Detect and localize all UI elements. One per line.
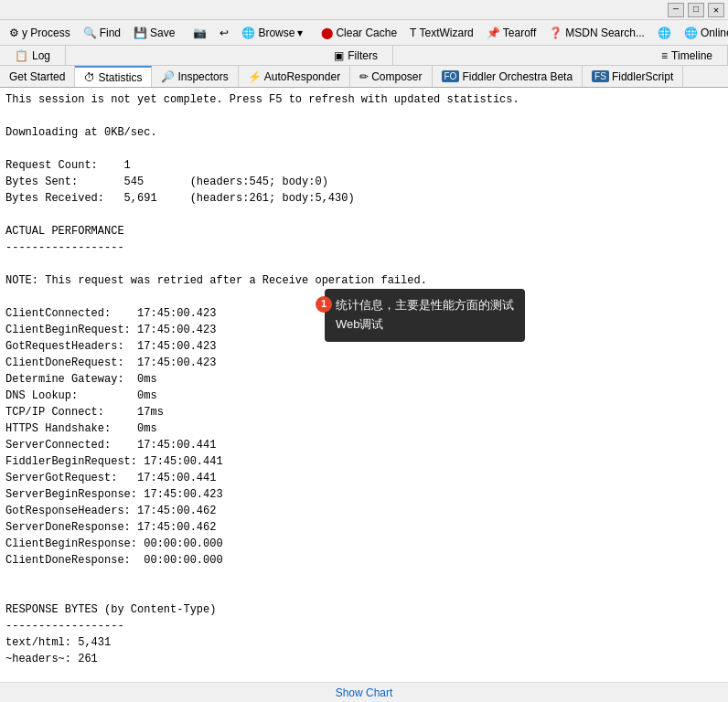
tab-spacer-2 xyxy=(393,46,647,65)
tab-inspectors[interactable]: 🔎 Inspectors xyxy=(152,66,238,87)
toolbar-clear-cache[interactable]: ⬤ Clear Cache xyxy=(316,25,402,41)
main-toolbar: ⚙ y Process 🔍 Find 💾 Save 📷 ↩ 🌐 Browse ▾… xyxy=(0,20,728,46)
inspectors-icon: 🔎 xyxy=(161,70,175,83)
toolbar-msdn[interactable]: ❓ MSDN Search... xyxy=(543,25,650,41)
tab-get-started[interactable]: Get Started xyxy=(0,66,75,87)
replay-icon: ↩ xyxy=(219,27,229,39)
tab-statistics[interactable]: ⏱ Statistics xyxy=(75,66,152,87)
toolbar-textwizard[interactable]: T TextWizard xyxy=(404,25,479,41)
statistics-content[interactable]: This session is not yet complete. Press … xyxy=(0,88,728,682)
toolbar-tearoff[interactable]: 📌 Tearoff xyxy=(481,25,541,41)
toolbar-process[interactable]: ⚙ y Process xyxy=(4,25,76,41)
tearoff-icon: 📌 xyxy=(487,27,500,39)
process-icon: ⚙ xyxy=(9,27,19,39)
tab-log[interactable]: 📋 Log xyxy=(0,46,66,65)
window-controls: ─ □ ✕ xyxy=(668,3,724,17)
tooltip-popup: 1 统计信息，主要是性能方面的测试Web调试 xyxy=(325,289,525,342)
timeline-icon: ≡ xyxy=(661,49,668,62)
title-bar: ─ □ ✕ xyxy=(0,0,728,20)
clear-cache-icon: ⬤ xyxy=(321,27,333,39)
screenshot-icon: 📷 xyxy=(193,27,207,39)
tab-spacer-1 xyxy=(66,46,319,65)
tab-fiddlerscript[interactable]: FS FiddlerScript xyxy=(583,66,683,87)
tab-autoresponder[interactable]: ⚡ AutoResponder xyxy=(239,66,350,87)
fiddlerscript-icon: FS xyxy=(592,70,609,82)
tab-filters[interactable]: ▣ Filters xyxy=(319,46,393,65)
toolbar-online[interactable]: 🌐 Online xyxy=(679,25,728,41)
maximize-button[interactable]: □ xyxy=(688,3,704,17)
globe-icon: 🌐 xyxy=(658,27,671,39)
toolbar-save[interactable]: 💾 Save xyxy=(128,25,180,41)
browse-icon: 🌐 xyxy=(241,27,255,39)
tab-composer[interactable]: ✏ Composer xyxy=(350,66,432,87)
autoresponder-icon: ⚡ xyxy=(248,70,262,83)
main-tab-bar: Get Started ⏱ Statistics 🔎 Inspectors ⚡ … xyxy=(0,66,728,88)
online-icon: 🌐 xyxy=(684,27,698,39)
toolbar-browse[interactable]: 🌐 Browse ▾ xyxy=(236,25,308,41)
show-chart-bar: Show Chart xyxy=(0,682,728,702)
statistics-icon: ⏱ xyxy=(84,71,95,84)
msdn-icon: ❓ xyxy=(549,27,562,39)
save-icon: 💾 xyxy=(134,27,147,39)
composer-icon: ✏ xyxy=(359,70,369,83)
dropdown-arrow-icon: ▾ xyxy=(297,27,303,39)
find-icon: 🔍 xyxy=(83,27,97,39)
toolbar-replay[interactable]: ↩ xyxy=(214,25,234,41)
filters-icon: ▣ xyxy=(334,49,344,62)
log-tab-bar: 📋 Log ▣ Filters ≡ Timeline xyxy=(0,46,728,66)
fiddler-orchestra-icon: FO xyxy=(442,70,460,82)
tab-fiddler-orchestra[interactable]: FO Fiddler Orchestra Beta xyxy=(433,66,583,87)
minimize-button[interactable]: ─ xyxy=(668,3,684,17)
tab-timeline[interactable]: ≡ Timeline xyxy=(647,46,728,65)
tooltip-number: 1 xyxy=(316,296,332,313)
tooltip-text: 统计信息，主要是性能方面的测试Web调试 xyxy=(336,298,514,331)
show-chart-link[interactable]: Show Chart xyxy=(336,686,393,699)
textwizard-icon: T xyxy=(410,27,416,39)
log-icon: 📋 xyxy=(15,49,28,62)
toolbar-screenshot[interactable]: 📷 xyxy=(187,25,212,41)
stats-text-block: This session is not yet complete. Press … xyxy=(5,91,723,682)
toolbar-find[interactable]: 🔍 Find xyxy=(78,25,126,41)
close-button[interactable]: ✕ xyxy=(708,3,724,17)
toolbar-globe[interactable]: 🌐 xyxy=(652,25,677,41)
content-area: This session is not yet complete. Press … xyxy=(0,88,728,682)
